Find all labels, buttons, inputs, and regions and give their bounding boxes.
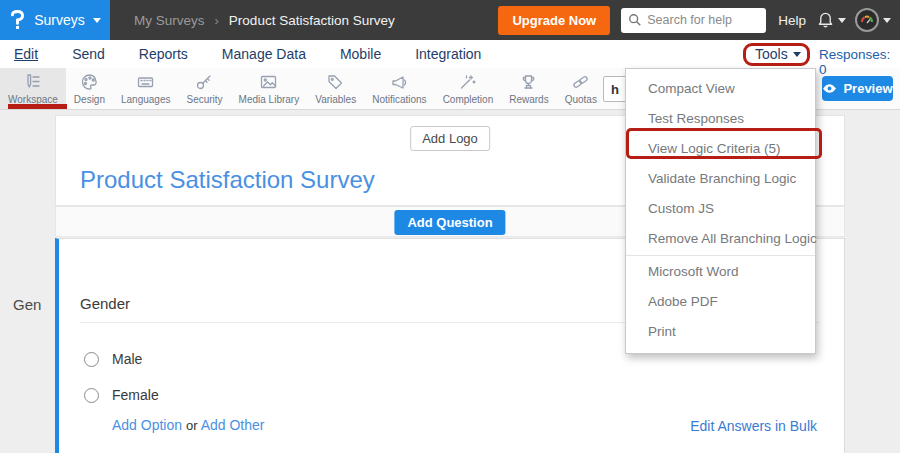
search-input[interactable] — [621, 8, 766, 33]
question-title[interactable]: Gender — [80, 295, 130, 312]
proprofs-logo-icon — [9, 9, 26, 31]
breadcrumb-separator: › — [215, 13, 219, 28]
menu-item-adobe-pdf[interactable]: Adobe PDF — [626, 287, 815, 317]
toolbar-item-label: Workspace — [8, 94, 58, 105]
chevron-down-icon — [883, 18, 891, 23]
menu-item-custom-js[interactable]: Custom JS — [626, 194, 815, 224]
tab-reports[interactable]: Reports — [139, 46, 188, 62]
breadcrumb-my-surveys[interactable]: My Surveys — [134, 13, 205, 28]
menu-item-compact-view[interactable]: Compact View — [626, 74, 815, 104]
tools-dropdown-trigger[interactable]: Tools — [755, 46, 801, 62]
toolbar-item-label: Notifications — [372, 94, 426, 105]
toolbar-item-label: Completion — [443, 94, 494, 105]
megaphone-icon — [390, 73, 409, 91]
radio-icon[interactable] — [84, 388, 99, 403]
tab-send[interactable]: Send — [72, 46, 105, 62]
menu-item-validate-branching-logic[interactable]: Validate Branching Logic — [626, 164, 815, 194]
toolbar-item-label: Variables — [315, 94, 356, 105]
menu-item-view-logic-criteria[interactable]: View Logic Criteria (5) — [626, 134, 815, 164]
gauge-avatar-icon — [859, 12, 875, 28]
option-label: Female — [112, 387, 159, 403]
toolbar-item-languages[interactable]: Languages — [113, 68, 179, 109]
toolbar-item-completion[interactable]: Completion — [435, 68, 502, 109]
menu-item-microsoft-word[interactable]: Microsoft Word — [626, 257, 815, 287]
variables-tag-icon — [326, 73, 345, 91]
toolbar-item-security[interactable]: Security — [178, 68, 230, 109]
chevron-down-icon — [793, 52, 801, 57]
toolbar-item-label: Security — [186, 94, 222, 105]
add-logo-button[interactable]: Add Logo — [410, 126, 490, 151]
preview-button[interactable]: Preview — [822, 76, 893, 101]
eye-icon — [822, 83, 837, 94]
add-option-link[interactable]: Add Option — [112, 417, 182, 433]
help-search — [621, 8, 766, 33]
tab-mobile[interactable]: Mobile — [340, 46, 381, 62]
toolbar-item-workspace[interactable]: Workspace — [0, 68, 66, 109]
responses-count-link[interactable]: Responses: 0 — [819, 47, 900, 77]
toolbar-item-label: Quotas — [565, 94, 597, 105]
notifications-bell[interactable] — [817, 11, 846, 29]
top-bar: Surveys My Surveys › Product Satisfactio… — [0, 0, 900, 40]
magic-wand-icon — [458, 73, 477, 91]
option-row-female[interactable]: Female — [84, 387, 159, 403]
option-actions: Add Option or Add Other — [112, 417, 264, 433]
survey-builder-app: Gen Surveys My Surveys › Product Satisfa… — [0, 0, 900, 453]
toolbar-item-notifications[interactable]: Notifications — [364, 68, 434, 109]
toolbar-item-label: Media Library — [239, 94, 300, 105]
option-row-male[interactable]: Male — [84, 351, 142, 367]
bell-icon — [817, 11, 834, 29]
clipped-question-text: Gen — [13, 296, 41, 313]
help-link[interactable]: Help — [778, 13, 806, 28]
trophy-icon — [519, 73, 538, 91]
add-question-button[interactable]: Add Question — [394, 210, 505, 235]
languages-icon — [136, 73, 155, 91]
product-label: Surveys — [34, 12, 85, 28]
breadcrumb: My Surveys › Product Satisfaction Survey — [134, 13, 395, 28]
edit-answers-in-bulk-link[interactable]: Edit Answers in Bulk — [690, 418, 817, 434]
chevron-down-icon — [838, 18, 846, 23]
toolbar-item-media-library[interactable]: Media Library — [231, 68, 308, 109]
menu-item-print[interactable]: Print — [626, 317, 815, 347]
tab-integration[interactable]: Integration — [415, 46, 481, 62]
chain-links-icon — [571, 73, 590, 91]
add-other-link[interactable]: Add Other — [201, 417, 265, 433]
search-icon — [628, 13, 642, 27]
toolbar-item-quotas[interactable]: Quotas — [557, 68, 605, 109]
tools-dropdown-menu: Compact View Test Responses View Logic C… — [625, 68, 816, 354]
toolbar-item-design[interactable]: Design — [66, 68, 113, 109]
tools-label: Tools — [755, 46, 788, 62]
chevron-down-icon — [93, 18, 101, 23]
toolbar-item-rewards[interactable]: Rewards — [501, 68, 556, 109]
upgrade-now-button[interactable]: Upgrade Now — [498, 6, 610, 35]
account-menu[interactable] — [855, 8, 891, 32]
toolbar-item-variables[interactable]: Variables — [307, 68, 364, 109]
topbar-right-group: Upgrade Now Help — [498, 6, 900, 35]
radio-icon[interactable] — [84, 352, 99, 367]
toolbar-item-label: Languages — [121, 94, 171, 105]
product-switcher[interactable]: Surveys — [0, 0, 110, 40]
option-label: Male — [112, 351, 142, 367]
security-key-icon — [195, 73, 214, 91]
breadcrumb-current-survey: Product Satisfaction Survey — [229, 13, 395, 28]
menu-item-test-responses[interactable]: Test Responses — [626, 104, 815, 134]
or-text: or — [186, 418, 198, 433]
design-icon — [80, 73, 99, 91]
toolbar-item-label: Rewards — [509, 94, 548, 105]
tab-manage-data[interactable]: Manage Data — [222, 46, 306, 62]
menu-divider — [626, 255, 815, 256]
survey-title[interactable]: Product Satisfaction Survey — [80, 166, 375, 194]
workspace-icon — [23, 73, 42, 91]
tab-edit[interactable]: Edit — [14, 46, 38, 62]
avatar — [855, 8, 879, 32]
media-library-icon — [259, 73, 278, 91]
menu-item-remove-all-branching-logic[interactable]: Remove All Branching Logic — [626, 224, 815, 254]
module-nav: Edit Send Reports Manage Data Mobile Int… — [0, 40, 900, 68]
preview-label: Preview — [843, 81, 892, 96]
toolbar-item-label: Design — [74, 94, 105, 105]
